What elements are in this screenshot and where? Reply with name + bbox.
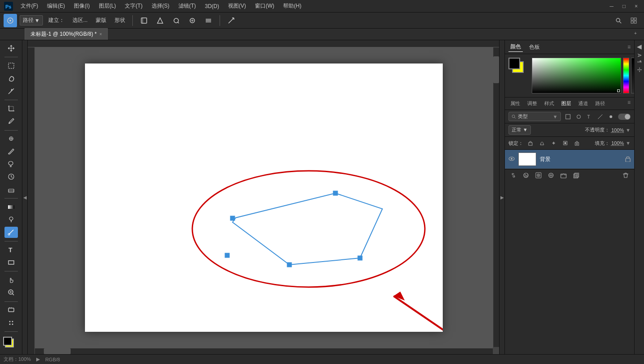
delete-layer-btn[interactable] xyxy=(621,171,631,181)
close-btn[interactable]: × xyxy=(632,2,640,10)
right-panel-collapse[interactable]: ▶ xyxy=(499,40,504,354)
layers-menu-btn[interactable]: ≡ xyxy=(627,99,631,108)
tb-icon-6[interactable] xyxy=(225,14,238,27)
fill-value[interactable]: 100% xyxy=(611,140,624,146)
lock-transparent-btn[interactable] xyxy=(526,139,535,148)
right-strip-arrow[interactable]: ◀ xyxy=(637,43,642,50)
color-swatches[interactable] xyxy=(3,337,19,350)
panel-menu-btn[interactable]: ≡ xyxy=(627,44,631,50)
wand-tool[interactable] xyxy=(4,86,18,97)
pen-tool[interactable] xyxy=(4,227,18,237)
layer-visibility-icon[interactable] xyxy=(508,156,515,163)
path-tool-btn[interactable] xyxy=(4,14,17,27)
lock-artboard-btn[interactable] xyxy=(561,139,570,148)
layout-icon-btn[interactable] xyxy=(627,14,640,27)
channels-tab[interactable]: 通道 xyxy=(576,99,590,108)
right-strip-item-1[interactable]: A xyxy=(637,54,642,57)
style-tab[interactable]: 样式 xyxy=(542,99,556,108)
new-adjustment-btn[interactable] xyxy=(546,171,556,181)
lock-position-btn[interactable] xyxy=(549,139,558,148)
maximize-btn[interactable]: □ xyxy=(620,2,628,10)
swatches-panel-tab[interactable]: 色板 xyxy=(527,42,542,52)
menu-filter[interactable]: 滤镜(T) xyxy=(175,1,199,11)
properties-tab[interactable]: 属性 xyxy=(508,99,522,108)
shape-btn[interactable]: 形状 xyxy=(112,16,128,25)
scroll-vertical[interactable] xyxy=(493,47,499,347)
menu-window[interactable]: 窗口(W) xyxy=(251,1,278,11)
fg-color-swatch[interactable] xyxy=(3,337,12,346)
stamp-tool[interactable] xyxy=(4,159,18,169)
color-gradient[interactable] xyxy=(532,58,621,93)
adjustment-tab[interactable]: 调整 xyxy=(525,99,539,108)
paths-tab[interactable]: 路径 xyxy=(593,99,607,108)
gradient-tool[interactable] xyxy=(4,202,18,212)
brush-tool[interactable] xyxy=(4,146,18,157)
fill-dropdown-arrow[interactable]: ▼ xyxy=(626,140,631,146)
healing-tool[interactable] xyxy=(4,133,18,144)
zoom-tool[interactable] xyxy=(4,287,18,298)
layer-item-background[interactable]: 背景 xyxy=(505,150,634,169)
eraser-tool[interactable] xyxy=(4,184,18,195)
document-tab[interactable]: 未标题-1 @ 100%(RGB/8) * × xyxy=(25,28,108,40)
search-icon-btn[interactable] xyxy=(612,14,625,27)
history-tool[interactable] xyxy=(4,171,18,182)
new-layer-btn[interactable] xyxy=(571,171,581,181)
left-panel-collapse[interactable]: ◀ xyxy=(22,40,28,354)
menu-layer[interactable]: 图层(L) xyxy=(95,1,120,11)
blend-mode-dropdown[interactable]: 正常 ▼ xyxy=(508,125,531,135)
dodge-tool[interactable] xyxy=(4,214,18,225)
right-strip-item-3[interactable] xyxy=(636,67,643,73)
menu-help[interactable]: 帮助(H) xyxy=(280,1,305,11)
layers-tab[interactable]: 图层 xyxy=(559,99,573,108)
menu-view[interactable]: 视图(V) xyxy=(225,1,250,11)
tb-icon-5[interactable] xyxy=(202,14,215,27)
add-style-btn[interactable]: fx xyxy=(521,171,531,181)
mongolian-btn[interactable]: 蒙版 xyxy=(93,16,109,25)
filter-icon-3[interactable]: T xyxy=(585,112,594,121)
filter-toggle[interactable] xyxy=(618,114,631,120)
menu-select[interactable]: 选择(S) xyxy=(148,1,173,11)
fg-bg-swatches[interactable] xyxy=(508,58,528,77)
link-layers-btn[interactable] xyxy=(508,171,518,181)
filter-icon-4[interactable] xyxy=(596,112,605,121)
rotate-tool[interactable] xyxy=(4,305,18,315)
eyedropper-tool[interactable] xyxy=(4,116,18,127)
layers-filter-input[interactable]: 类型 ▼ xyxy=(508,112,561,121)
menu-edit[interactable]: 编辑(E) xyxy=(43,1,68,11)
tb-icon-2[interactable] xyxy=(153,14,167,27)
right-strip-item-2[interactable]: ¶ xyxy=(637,60,642,63)
filter-icon-5[interactable] xyxy=(606,112,615,121)
select-btn[interactable]: 选区... xyxy=(70,16,90,25)
tab-close-btn[interactable]: × xyxy=(99,32,102,37)
tb-icon-1[interactable] xyxy=(137,14,151,27)
lock-image-btn[interactable] xyxy=(538,139,547,148)
filter-icon-2[interactable] xyxy=(574,112,583,121)
color-spectrum[interactable] xyxy=(623,58,629,93)
crop-tool[interactable] xyxy=(4,103,18,114)
extra-tools[interactable] xyxy=(4,317,18,328)
tb-icon-4[interactable] xyxy=(186,14,199,27)
lock-all-btn[interactable] xyxy=(572,139,581,148)
opacity-dropdown-arrow[interactable]: ▼ xyxy=(626,127,631,133)
lasso-tool[interactable] xyxy=(4,73,18,84)
minimize-btn[interactable]: ─ xyxy=(607,2,616,10)
new-group-btn[interactable] xyxy=(559,171,568,181)
menu-3d[interactable]: 3D(D) xyxy=(201,2,223,10)
color-panel-tab[interactable]: 颜色 xyxy=(508,42,523,52)
tb-icon-3[interactable] xyxy=(169,14,183,27)
text-tool[interactable]: T xyxy=(4,244,18,255)
move-tool[interactable] xyxy=(4,43,18,54)
fg-color-picker[interactable] xyxy=(508,58,520,69)
path-type-dropdown[interactable]: 路径 ▼ xyxy=(20,15,43,25)
layer-lock-icon xyxy=(625,156,631,163)
marquee-tool[interactable] xyxy=(4,60,18,71)
menu-image[interactable]: 图像(I) xyxy=(70,1,93,11)
scroll-horizontal[interactable] xyxy=(35,348,493,354)
menu-text[interactable]: 文字(T) xyxy=(121,1,146,11)
add-mask-btn[interactable] xyxy=(534,171,543,181)
filter-icon-1[interactable] xyxy=(564,112,572,121)
opacity-value[interactable]: 100% xyxy=(611,127,624,133)
rectangle-tool[interactable] xyxy=(4,257,18,268)
new-tab-btn[interactable]: + xyxy=(629,26,642,40)
hand-tool[interactable] xyxy=(4,275,18,285)
